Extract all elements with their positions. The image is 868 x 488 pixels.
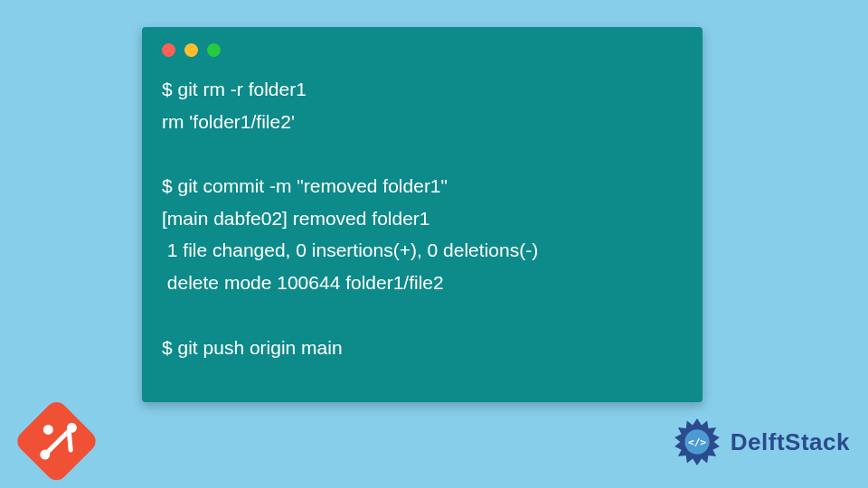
- maximize-icon: [207, 43, 221, 57]
- delftstack-logo: </> DelftStack: [669, 414, 850, 470]
- delftstack-badge-icon: </>: [669, 414, 725, 470]
- svg-text:</>: </>: [688, 436, 706, 448]
- delftstack-label: DelftStack: [731, 428, 850, 456]
- terminal-window: $ git rm -r folder1 rm 'folder1/file2' $…: [142, 27, 703, 402]
- minimize-icon: [184, 43, 198, 57]
- close-icon: [162, 43, 175, 57]
- terminal-output: $ git rm -r folder1 rm 'folder1/file2' $…: [162, 73, 684, 363]
- git-logo-icon: [0, 380, 118, 488]
- window-controls: [162, 43, 684, 57]
